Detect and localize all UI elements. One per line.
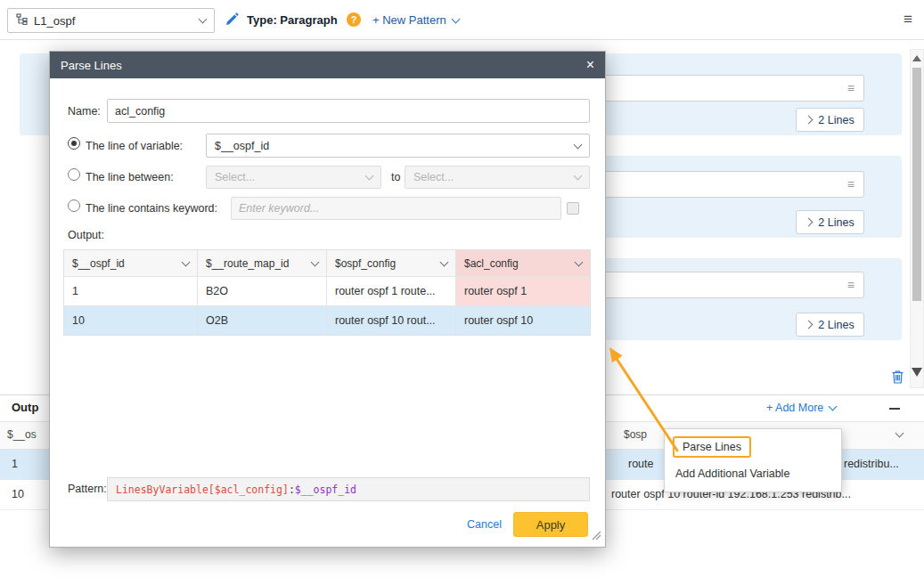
- table-cell-highlighted: router ospf 1: [456, 276, 590, 305]
- output-label: Output:: [68, 229, 104, 241]
- chevron-down-icon: [574, 172, 583, 181]
- chevron-down-icon[interactable]: [440, 257, 449, 266]
- column-label: $__route_map_id: [206, 257, 289, 270]
- parse-lines-dialog: Parse Lines × Name: The line of variable…: [49, 51, 606, 548]
- line-of-variable-label: The line of variable:: [86, 140, 183, 152]
- pattern-variable-code: $__ospf_id: [295, 483, 356, 496]
- column-header: $osp: [624, 428, 647, 441]
- pattern-selector-value: L1_ospf: [34, 14, 193, 28]
- table-cell: router ospf 1 route...: [327, 276, 456, 305]
- line-between-label: The line between:: [86, 171, 174, 183]
- row-cell: 10: [12, 488, 24, 500]
- chevron-right-icon: [805, 321, 814, 329]
- output-section-title: Outp: [12, 401, 38, 414]
- radio-contains-keyword[interactable]: [68, 199, 80, 212]
- between-to-dropdown[interactable]: Select...: [405, 166, 590, 189]
- new-pattern-label: + New Pattern: [372, 13, 446, 27]
- drag-handle-icon[interactable]: ≡: [847, 81, 854, 95]
- pattern-selector[interactable]: L1_ospf: [7, 8, 215, 33]
- lines-count-label: 2 Lines: [818, 216, 854, 229]
- menu-icon[interactable]: ≡: [904, 11, 912, 28]
- variable-dropdown-value: $__ospf_id: [215, 140, 269, 152]
- scroll-down-icon[interactable]: [912, 368, 922, 377]
- output-preview-table: $__ospf_id $__route_map_id $ospf_config …: [63, 249, 591, 336]
- row-cell: 1: [12, 458, 18, 470]
- chevron-down-icon[interactable]: [311, 257, 320, 266]
- table-header-row: $__ospf_id $__route_map_id $ospf_config …: [64, 250, 590, 276]
- add-more-label: + Add More: [766, 402, 823, 414]
- menu-item-label: Add Additional Variable: [675, 467, 789, 480]
- type-label: Type: Paragraph: [247, 13, 338, 27]
- scroll-thumb[interactable]: [912, 68, 921, 301]
- column-label: $__ospf_id: [72, 257, 125, 270]
- close-icon[interactable]: ×: [586, 58, 594, 72]
- menu-item-add-additional-variable[interactable]: Add Additional Variable: [665, 460, 841, 487]
- new-pattern-button[interactable]: + New Pattern: [372, 13, 459, 27]
- chevron-down-icon: [199, 15, 208, 24]
- lines-count-label: 2 Lines: [818, 114, 854, 126]
- pattern-function-code: LinesByVariable[$acl_config]: [116, 483, 289, 496]
- table-cell: router ospf 10: [456, 305, 590, 335]
- column-label: $ospf_config: [335, 257, 396, 270]
- table-cell: 10: [64, 305, 198, 335]
- table-header-cell[interactable]: $__ospf_id: [64, 250, 198, 276]
- add-more-button[interactable]: + Add More: [766, 402, 836, 414]
- pattern-tree-icon: [16, 13, 28, 28]
- table-cell: O2B: [198, 305, 327, 335]
- keyword-label: The line contains keyword:: [86, 202, 217, 215]
- lines-count-label: 2 Lines: [818, 319, 854, 331]
- name-input[interactable]: [107, 99, 590, 123]
- table-cell: 1: [64, 276, 198, 305]
- scroll-up-icon[interactable]: [912, 55, 921, 61]
- table-header-cell[interactable]: $ospf_config: [327, 250, 456, 276]
- between-to-word: to: [391, 171, 400, 183]
- between-to-placeholder: Select...: [413, 171, 454, 183]
- name-label: Name:: [68, 105, 101, 118]
- row-cell: route: [628, 458, 664, 470]
- help-icon[interactable]: ?: [347, 12, 361, 27]
- radio-line-of-variable[interactable]: [68, 137, 80, 150]
- menu-item-parse-lines[interactable]: Parse Lines: [665, 434, 841, 460]
- chevron-right-icon: [805, 218, 814, 227]
- between-from-dropdown[interactable]: Select...: [206, 166, 381, 189]
- pattern-expression-field: LinesByVariable[$acl_config]:$__ospf_id: [107, 477, 590, 501]
- apply-button[interactable]: Apply: [513, 512, 588, 537]
- drag-handle-icon[interactable]: ≡: [847, 278, 854, 292]
- menu-item-label: Parse Lines: [673, 436, 751, 458]
- scrollbar[interactable]: [910, 49, 924, 388]
- edit-icon[interactable]: [225, 12, 239, 29]
- column-label: $acl_config: [464, 257, 519, 270]
- toolbar: L1_ospf Type: Paragraph ? + New Pattern …: [0, 0, 924, 40]
- table-row[interactable]: 1 B2O router ospf 1 route... router ospf…: [64, 276, 590, 305]
- column-header: $__os: [7, 428, 37, 441]
- table-header-cell-highlighted[interactable]: $acl_config: [456, 250, 590, 276]
- table-cell: B2O: [198, 276, 327, 305]
- keyword-input[interactable]: [231, 197, 561, 220]
- dialog-title: Parse Lines: [61, 59, 122, 72]
- resize-handle[interactable]: [592, 530, 601, 543]
- regex-icon[interactable]: [567, 202, 579, 215]
- chevron-down-icon[interactable]: [575, 257, 584, 266]
- chevron-down-icon: [365, 172, 374, 181]
- between-from-placeholder: Select...: [215, 171, 255, 183]
- pattern-label: Pattern:: [68, 483, 107, 495]
- table-header-cell[interactable]: $__route_map_id: [198, 250, 327, 276]
- table-row-selected[interactable]: 10 O2B router ospf 10 rout... router osp…: [64, 305, 590, 335]
- chevron-down-icon[interactable]: [182, 257, 191, 266]
- drag-handle-icon[interactable]: ≡: [847, 177, 854, 191]
- variable-dropdown[interactable]: $__ospf_id: [206, 134, 590, 158]
- app-root: L1_ospf Type: Paragraph ? + New Pattern …: [0, 0, 924, 585]
- delete-icon[interactable]: [891, 370, 904, 387]
- dialog-header[interactable]: Parse Lines ×: [50, 52, 605, 78]
- cancel-button[interactable]: Cancel: [467, 518, 502, 531]
- chevron-down-icon: [829, 402, 838, 411]
- table-cell: router ospf 10 rout...: [327, 305, 456, 335]
- expand-lines-button[interactable]: 2 Lines: [796, 108, 864, 132]
- add-more-context-menu: Parse Lines Add Additional Variable: [664, 428, 842, 492]
- pattern-colon: :: [289, 483, 295, 496]
- expand-lines-button[interactable]: 2 Lines: [796, 210, 864, 234]
- collapse-icon[interactable]: [889, 408, 900, 410]
- radio-line-between[interactable]: [68, 168, 80, 181]
- chevron-right-icon: [805, 116, 814, 125]
- expand-lines-button[interactable]: 2 Lines: [796, 313, 864, 337]
